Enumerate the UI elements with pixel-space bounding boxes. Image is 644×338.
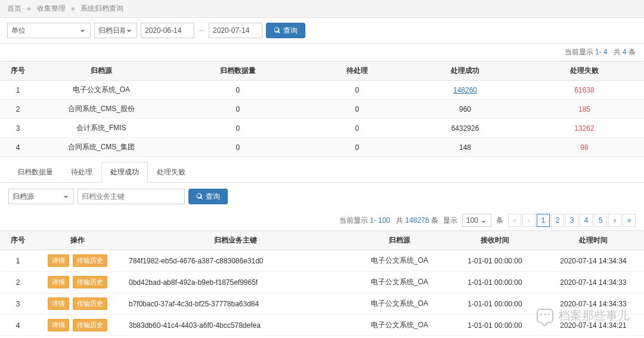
th-op: 操作 <box>36 231 119 250</box>
page-5[interactable]: 5 <box>594 214 607 227</box>
cell-fail: 98 <box>525 138 644 157</box>
page-2[interactable]: 2 <box>551 214 564 227</box>
date-range-sep: -- <box>198 26 205 35</box>
crumb-sep <box>27 4 31 13</box>
page-next[interactable]: › <box>608 214 621 227</box>
page-3[interactable]: 3 <box>565 214 578 227</box>
cell-count: 0 <box>167 138 309 157</box>
cell-key: 0bd42bad-ab8f-492a-b9eb-f1875ef9965f <box>119 272 352 293</box>
source-select[interactable]: 归档源 <box>8 189 74 204</box>
history-button[interactable]: 传输历史 <box>73 319 107 331</box>
tab-2[interactable]: 处理成功 <box>101 162 148 183</box>
page-size-select[interactable]: 100 <box>462 214 491 227</box>
table-row: 2 合同系统_CMS_股份 0 0 960 185 <box>0 100 644 119</box>
detail-button[interactable]: 详情 <box>48 319 69 331</box>
key-input[interactable] <box>78 189 185 204</box>
tab-1[interactable]: 待处理 <box>62 162 101 182</box>
cell-fail: 185 <box>525 100 644 119</box>
show-label: 显示 <box>443 216 457 226</box>
date-to-input[interactable] <box>209 23 262 38</box>
summary-table: 序号 归档源 归档数据量 待处理 处理成功 处理失败 1 电子公文系统_OA 0… <box>0 61 644 157</box>
cell-source: 电子公文系统_OA <box>36 81 167 100</box>
detail-button[interactable]: 详情 <box>48 297 69 310</box>
cell-source: 电子公文系统_OA <box>352 250 447 272</box>
unit-select[interactable]: 单位 <box>7 23 91 38</box>
cell-idx: 2 <box>0 272 36 293</box>
query-button[interactable]: 查询 <box>266 23 305 38</box>
tab-3[interactable]: 处理失败 <box>148 162 194 182</box>
cell-success[interactable]: 148260 <box>405 81 525 100</box>
th-fail: 处理失败 <box>525 62 644 81</box>
cell-idx: 4 <box>0 138 36 157</box>
cell-success[interactable]: 6432926 <box>405 119 525 138</box>
detail-table: 序号 操作 归档业务主键 归档源 接收时间 处理时间 1 详情 传输历史 784… <box>0 231 644 338</box>
sub-query-label: 查询 <box>206 192 220 202</box>
page-first[interactable]: « <box>508 214 521 227</box>
crumb-current: 系统归档查询 <box>80 4 123 13</box>
cell-recv: 1-01-01 00:00:00 <box>447 293 543 315</box>
history-button[interactable]: 传输历史 <box>73 297 107 310</box>
crumb-home[interactable]: 首页 <box>7 4 21 13</box>
tab-0[interactable]: 归档数据量 <box>8 162 62 182</box>
table-row: 5 详情 传输历史 31c0d64d-406c-4e21-bc8f-34fd5b… <box>0 336 644 339</box>
page-1[interactable]: 1 <box>537 214 550 227</box>
top-summary: 当前显示 1- 4 共 4 条 <box>0 44 644 61</box>
cell-recv: 1-01-01 00:00:00 <box>447 315 543 336</box>
cell-source: 电子公文系统_OA <box>352 315 447 336</box>
list-summary: 当前显示 1- 100 共 148276 条 显示 100 条 « ‹ 1234… <box>0 210 644 231</box>
cell-success[interactable]: 148 <box>405 138 525 157</box>
cell-source: 合同系统_CMS_集团 <box>36 138 167 157</box>
date-from-input[interactable] <box>141 23 194 38</box>
th-source: 归档源 <box>352 231 447 250</box>
th-count: 归档数据量 <box>167 62 309 81</box>
table-row: 1 电子公文系统_OA 0 0 148260 61638 <box>0 81 644 100</box>
table-row: 3 详情 传输历史 b7f0bac0-37af-4c3d-bf25-37778b… <box>0 293 644 315</box>
cell-source: 电子公文系统_OA <box>352 272 447 293</box>
cell-proc: 2020-07-14 14:34:33 <box>543 272 644 293</box>
top-toolbar: 单位 归档日期 -- 查询 <box>0 18 644 44</box>
cell-success[interactable]: 960 <box>405 100 525 119</box>
cell-recv: 1-01-01 00:00:00 <box>447 272 543 293</box>
crumb-collect[interactable]: 收集整理 <box>37 4 66 13</box>
cell-op: 详情 传输历史 <box>36 315 119 336</box>
cell-proc: 2020-07-14 14:34:21 <box>543 315 644 336</box>
search-icon <box>274 27 281 34</box>
table-row: 4 合同系统_CMS_集团 0 0 148 98 <box>0 138 644 157</box>
cell-pending: 0 <box>309 119 406 138</box>
cell-idx: 3 <box>0 119 36 138</box>
table-row: 4 详情 传输历史 3b83db60-41c4-4403-a6f0-4bcc57… <box>0 315 644 336</box>
th-pending: 待处理 <box>309 62 406 81</box>
table-row: 2 详情 传输历史 0bd42bad-ab8f-492a-b9eb-f1875e… <box>0 272 644 293</box>
cell-proc: 2020-07-14 14:34:13 <box>543 336 644 339</box>
unit-label: 条 <box>496 216 503 226</box>
date-type-select[interactable]: 归档日期 <box>94 23 137 38</box>
cell-recv: 1-01-01 00:00:00 <box>447 336 543 339</box>
sub-toolbar: 归档源 查询 <box>0 183 644 210</box>
cell-idx: 1 <box>0 81 36 100</box>
page-4[interactable]: 4 <box>580 214 593 227</box>
cell-idx: 2 <box>0 100 36 119</box>
cell-fail: 13262 <box>525 119 644 138</box>
cell-key: 784f1982-eb5d-4676-a387-c883086e31d0 <box>119 250 352 272</box>
detail-button[interactable]: 详情 <box>48 276 69 288</box>
tab-bar: 归档数据量待处理处理成功处理失败 <box>0 162 644 183</box>
cell-proc: 2020-07-14 14:34:34 <box>543 250 644 272</box>
th-source: 归档源 <box>36 62 167 81</box>
cell-proc: 2020-07-14 14:34:33 <box>543 293 644 315</box>
table-row: 1 详情 传输历史 784f1982-eb5d-4676-a387-c88308… <box>0 250 644 272</box>
page-prev[interactable]: ‹ <box>522 214 535 227</box>
sub-query-button[interactable]: 查询 <box>188 189 228 204</box>
cell-count: 0 <box>167 81 309 100</box>
history-button[interactable]: 传输历史 <box>73 276 107 288</box>
detail-button[interactable]: 详情 <box>48 254 69 267</box>
th-key: 归档业务主键 <box>119 231 352 250</box>
history-button[interactable]: 传输历史 <box>73 254 107 267</box>
cell-idx: 1 <box>0 250 36 272</box>
cell-pending: 0 <box>309 100 406 119</box>
query-label: 查询 <box>283 26 298 36</box>
page-last[interactable]: » <box>623 214 636 227</box>
cell-pending: 0 <box>309 81 406 100</box>
cell-idx: 5 <box>0 336 36 339</box>
th-idx: 序号 <box>0 62 36 81</box>
cell-key: b7f0bac0-37af-4c3d-bf25-37778ba63d84 <box>119 293 352 315</box>
